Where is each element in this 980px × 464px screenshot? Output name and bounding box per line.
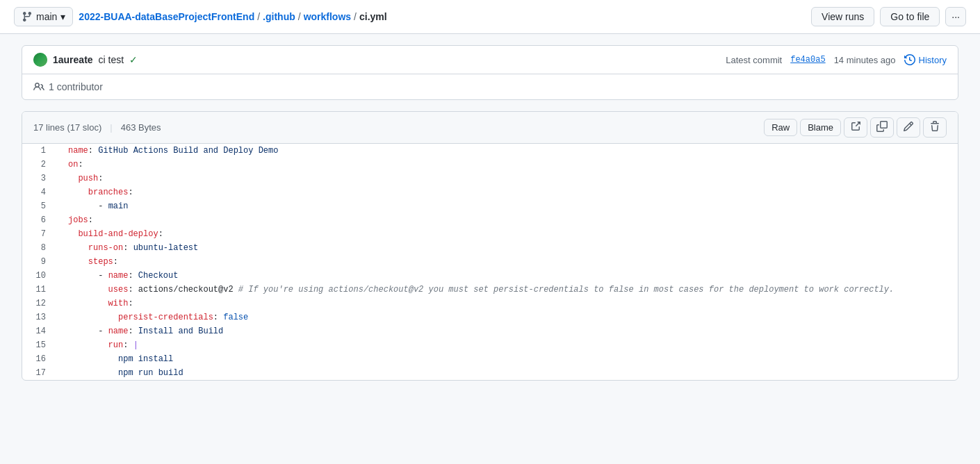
line-content: build-and-deploy: — [57, 227, 958, 241]
copy-button[interactable] — [870, 117, 894, 138]
line-number[interactable]: 11 — [22, 283, 57, 297]
table-row: 14 - name: Install and Build — [22, 324, 958, 338]
breadcrumb-folder2[interactable]: workflows — [304, 11, 351, 22]
table-row: 10 - name: Checkout — [22, 269, 958, 283]
line-content: with: — [57, 297, 958, 310]
line-content: run: | — [57, 338, 958, 352]
avatar — [33, 53, 47, 67]
commit-message: ci test — [99, 54, 124, 65]
contributors-icon — [33, 81, 44, 92]
file-header: 17 lines (17 sloc) | 463 Bytes Raw Blame — [22, 112, 958, 144]
check-icon: ✓ — [129, 54, 138, 65]
line-number[interactable]: 13 — [22, 310, 57, 324]
delete-button[interactable] — [923, 117, 947, 138]
file-meta: 17 lines (17 sloc) | 463 Bytes — [33, 122, 161, 133]
table-row: 5 - main — [22, 199, 958, 213]
code-table: 1name: GitHub Actions Build and Deploy D… — [22, 144, 958, 380]
table-row: 7 build-and-deploy: — [22, 227, 958, 241]
table-row: 13 persist-credentials: false — [22, 310, 958, 324]
line-content: on: — [57, 158, 958, 172]
chevron-icon: ▾ — [60, 11, 65, 22]
line-number[interactable]: 14 — [22, 324, 57, 338]
line-number[interactable]: 1 — [22, 144, 57, 158]
line-content: name: GitHub Actions Build and Deploy De… — [57, 144, 958, 158]
go-to-file-button[interactable]: Go to file — [880, 7, 940, 26]
line-content: jobs: — [57, 213, 958, 227]
table-row: 9 steps: — [22, 255, 958, 269]
line-number[interactable]: 6 — [22, 213, 57, 227]
commit-bar-left: 1aureate ci test ✓ — [33, 53, 138, 67]
table-row: 1name: GitHub Actions Build and Deploy D… — [22, 144, 958, 158]
history-label: History — [919, 55, 947, 65]
line-number[interactable]: 2 — [22, 158, 57, 172]
edit-button[interactable] — [897, 117, 920, 138]
line-number[interactable]: 3 — [22, 172, 57, 185]
line-content: push: — [57, 172, 958, 185]
line-number[interactable]: 8 — [22, 241, 57, 255]
line-number[interactable]: 12 — [22, 297, 57, 310]
file-lines: 17 lines (17 sloc) — [33, 122, 101, 133]
top-bar: main ▾ 2022-BUAA-dataBaseProjectFrontEnd… — [0, 0, 980, 34]
table-row: 12 with: — [22, 297, 958, 310]
line-content: persist-credentials: false — [57, 310, 958, 324]
table-row: 3 push: — [22, 172, 958, 185]
table-row: 4 branches: — [22, 185, 958, 199]
commit-bar: 1aureate ci test ✓ Latest commit fe4a0a5… — [22, 46, 958, 74]
table-row: 6jobs: — [22, 213, 958, 227]
line-number[interactable]: 9 — [22, 255, 57, 269]
file-actions: Raw Blame — [764, 117, 947, 138]
commit-time: 14 minutes ago — [834, 55, 896, 65]
latest-commit-label: Latest commit — [726, 55, 782, 65]
top-bar-left: main ▾ 2022-BUAA-dataBaseProjectFrontEnd… — [14, 7, 387, 26]
view-runs-button[interactable]: View runs — [811, 7, 874, 26]
line-content: npm run build — [57, 366, 958, 380]
line-content: npm install — [57, 352, 958, 366]
line-number[interactable]: 10 — [22, 269, 57, 283]
table-row: 8 runs-on: ubuntu-latest — [22, 241, 958, 255]
blame-button[interactable]: Blame — [800, 119, 841, 136]
commit-hash[interactable]: fe4a0a5 — [790, 55, 825, 65]
top-bar-right: View runs Go to file ··· — [811, 7, 966, 26]
contributor-bar: 1 contributor — [22, 74, 958, 99]
file-size: 463 Bytes — [121, 122, 161, 133]
table-row: 16 npm install — [22, 352, 958, 366]
breadcrumb-repo[interactable]: 2022-BUAA-dataBaseProjectFrontEnd — [79, 11, 254, 22]
line-number[interactable]: 7 — [22, 227, 57, 241]
open-in-new-button[interactable] — [844, 117, 867, 138]
line-content: steps: — [57, 255, 958, 269]
raw-button[interactable]: Raw — [764, 119, 797, 136]
history-link[interactable]: History — [904, 54, 947, 65]
line-content: branches: — [57, 185, 958, 199]
line-number[interactable]: 15 — [22, 338, 57, 352]
commit-author[interactable]: 1aureate — [53, 54, 93, 65]
commit-bar-right: Latest commit fe4a0a5 14 minutes ago His… — [726, 54, 947, 65]
more-options-button[interactable]: ··· — [945, 7, 966, 26]
line-number[interactable]: 5 — [22, 199, 57, 213]
line-number[interactable]: 4 — [22, 185, 57, 199]
line-content: uses: actions/checkout@v2 # If you're us… — [57, 283, 958, 297]
branch-label: main — [36, 11, 57, 22]
file-info-card: 1aureate ci test ✓ Latest commit fe4a0a5… — [22, 45, 958, 100]
table-row: 15 run: | — [22, 338, 958, 352]
file-view-card: 17 lines (17 sloc) | 463 Bytes Raw Blame — [22, 111, 958, 381]
main-content: 1aureate ci test ✓ Latest commit fe4a0a5… — [10, 45, 970, 381]
table-row: 17 npm run build — [22, 366, 958, 380]
line-content: - name: Install and Build — [57, 324, 958, 338]
line-content: - main — [57, 199, 958, 213]
line-number[interactable]: 16 — [22, 352, 57, 366]
table-row: 2on: — [22, 158, 958, 172]
line-number[interactable]: 17 — [22, 366, 57, 380]
breadcrumb-file: ci.yml — [359, 11, 387, 22]
breadcrumb-folder1[interactable]: .github — [263, 11, 295, 22]
line-content: - name: Checkout — [57, 269, 958, 283]
breadcrumb: 2022-BUAA-dataBaseProjectFrontEnd / .git… — [79, 11, 386, 22]
branch-selector[interactable]: main ▾ — [14, 7, 73, 26]
table-row: 11 uses: actions/checkout@v2 # If you're… — [22, 283, 958, 297]
contributor-count: 1 contributor — [49, 81, 103, 92]
line-content: runs-on: ubuntu-latest — [57, 241, 958, 255]
